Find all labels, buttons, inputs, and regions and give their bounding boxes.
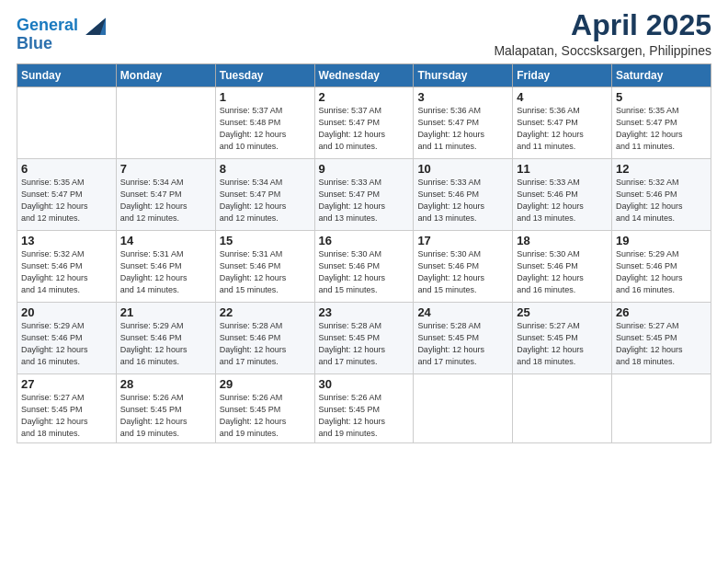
day-info: Sunrise: 5:33 AM Sunset: 5:46 PM Dayligh… bbox=[517, 177, 608, 224]
day-info: Sunrise: 5:32 AM Sunset: 5:46 PM Dayligh… bbox=[21, 248, 112, 296]
calendar-cell: 22Sunrise: 5:28 AM Sunset: 5:46 PM Dayli… bbox=[215, 303, 314, 374]
day-info: Sunrise: 5:34 AM Sunset: 5:47 PM Dayligh… bbox=[120, 177, 211, 224]
day-number: 29 bbox=[220, 377, 311, 391]
day-info: Sunrise: 5:28 AM Sunset: 5:45 PM Dayligh… bbox=[319, 320, 410, 368]
day-number: 23 bbox=[319, 305, 410, 319]
weekday-header: Wednesday bbox=[314, 64, 414, 87]
calendar-cell: 3Sunrise: 5:36 AM Sunset: 5:47 PM Daylig… bbox=[414, 87, 513, 159]
header: General Blue April 2025 Malapatan, Soccs… bbox=[17, 9, 711, 58]
day-info: Sunrise: 5:27 AM Sunset: 5:45 PM Dayligh… bbox=[616, 320, 707, 368]
calendar-cell: 12Sunrise: 5:32 AM Sunset: 5:46 PM Dayli… bbox=[612, 159, 711, 231]
day-number: 9 bbox=[319, 162, 410, 176]
day-number: 10 bbox=[417, 162, 508, 176]
day-info: Sunrise: 5:36 AM Sunset: 5:47 PM Dayligh… bbox=[517, 105, 608, 153]
calendar-cell: 16Sunrise: 5:30 AM Sunset: 5:46 PM Dayli… bbox=[314, 231, 414, 303]
day-number: 19 bbox=[616, 234, 707, 247]
logo-text: General bbox=[17, 17, 78, 35]
calendar-cell bbox=[17, 87, 117, 159]
day-number: 2 bbox=[319, 90, 410, 104]
day-number: 12 bbox=[616, 162, 707, 176]
day-number: 22 bbox=[220, 305, 311, 319]
day-number: 1 bbox=[220, 90, 311, 104]
day-number: 8 bbox=[220, 162, 311, 176]
calendar-header-row: SundayMondayTuesdayWednesdayThursdayFrid… bbox=[17, 64, 711, 87]
calendar-cell bbox=[513, 374, 612, 443]
weekday-header: Monday bbox=[116, 64, 215, 87]
day-number: 7 bbox=[120, 162, 211, 176]
day-info: Sunrise: 5:31 AM Sunset: 5:46 PM Dayligh… bbox=[120, 248, 211, 296]
day-number: 18 bbox=[517, 234, 608, 247]
calendar-cell: 10Sunrise: 5:33 AM Sunset: 5:46 PM Dayli… bbox=[414, 159, 513, 231]
day-info: Sunrise: 5:36 AM Sunset: 5:47 PM Dayligh… bbox=[417, 105, 508, 153]
day-number: 25 bbox=[517, 305, 608, 319]
calendar-cell: 8Sunrise: 5:34 AM Sunset: 5:47 PM Daylig… bbox=[215, 159, 314, 231]
calendar-cell: 15Sunrise: 5:31 AM Sunset: 5:46 PM Dayli… bbox=[215, 231, 314, 303]
calendar-cell: 4Sunrise: 5:36 AM Sunset: 5:47 PM Daylig… bbox=[513, 87, 612, 159]
day-number: 5 bbox=[616, 90, 707, 104]
day-info: Sunrise: 5:28 AM Sunset: 5:45 PM Dayligh… bbox=[417, 320, 508, 368]
day-info: Sunrise: 5:34 AM Sunset: 5:47 PM Dayligh… bbox=[220, 177, 311, 224]
day-info: Sunrise: 5:26 AM Sunset: 5:45 PM Dayligh… bbox=[120, 392, 211, 440]
calendar-week-row: 20Sunrise: 5:29 AM Sunset: 5:46 PM Dayli… bbox=[17, 303, 711, 374]
day-info: Sunrise: 5:27 AM Sunset: 5:45 PM Dayligh… bbox=[517, 320, 608, 368]
day-info: Sunrise: 5:37 AM Sunset: 5:47 PM Dayligh… bbox=[319, 105, 410, 153]
day-info: Sunrise: 5:29 AM Sunset: 5:46 PM Dayligh… bbox=[616, 248, 707, 296]
calendar-week-row: 13Sunrise: 5:32 AM Sunset: 5:46 PM Dayli… bbox=[17, 231, 711, 303]
day-number: 27 bbox=[21, 377, 112, 391]
day-info: Sunrise: 5:31 AM Sunset: 5:46 PM Dayligh… bbox=[220, 248, 311, 296]
day-number: 13 bbox=[21, 234, 112, 247]
calendar-cell: 24Sunrise: 5:28 AM Sunset: 5:45 PM Dayli… bbox=[414, 303, 513, 374]
calendar-cell: 21Sunrise: 5:29 AM Sunset: 5:46 PM Dayli… bbox=[116, 303, 215, 374]
day-number: 6 bbox=[21, 162, 112, 176]
day-number: 3 bbox=[417, 90, 508, 104]
logo-line2: Blue bbox=[17, 35, 52, 53]
logo-icon bbox=[80, 13, 106, 39]
calendar-week-row: 6Sunrise: 5:35 AM Sunset: 5:47 PM Daylig… bbox=[17, 159, 711, 231]
calendar-cell: 19Sunrise: 5:29 AM Sunset: 5:46 PM Dayli… bbox=[612, 231, 711, 303]
calendar-cell: 6Sunrise: 5:35 AM Sunset: 5:47 PM Daylig… bbox=[17, 159, 117, 231]
calendar-week-row: 27Sunrise: 5:27 AM Sunset: 5:45 PM Dayli… bbox=[17, 374, 711, 443]
day-number: 21 bbox=[120, 305, 211, 319]
day-info: Sunrise: 5:28 AM Sunset: 5:46 PM Dayligh… bbox=[220, 320, 311, 368]
day-info: Sunrise: 5:26 AM Sunset: 5:45 PM Dayligh… bbox=[220, 392, 311, 440]
day-info: Sunrise: 5:27 AM Sunset: 5:45 PM Dayligh… bbox=[21, 392, 112, 440]
day-number: 4 bbox=[517, 90, 608, 104]
weekday-header: Tuesday bbox=[215, 64, 314, 87]
title-block: April 2025 Malapatan, Soccsksargen, Phil… bbox=[494, 9, 711, 58]
day-info: Sunrise: 5:30 AM Sunset: 5:46 PM Dayligh… bbox=[417, 248, 508, 296]
day-number: 15 bbox=[220, 234, 311, 247]
calendar-cell bbox=[612, 374, 711, 443]
calendar-week-row: 1Sunrise: 5:37 AM Sunset: 5:48 PM Daylig… bbox=[17, 87, 711, 159]
calendar-cell: 5Sunrise: 5:35 AM Sunset: 5:47 PM Daylig… bbox=[612, 87, 711, 159]
calendar-cell: 29Sunrise: 5:26 AM Sunset: 5:45 PM Dayli… bbox=[215, 374, 314, 443]
day-info: Sunrise: 5:32 AM Sunset: 5:46 PM Dayligh… bbox=[616, 177, 707, 224]
calendar-cell: 30Sunrise: 5:26 AM Sunset: 5:45 PM Dayli… bbox=[314, 374, 414, 443]
weekday-header: Thursday bbox=[414, 64, 513, 87]
day-number: 17 bbox=[417, 234, 508, 247]
calendar-cell bbox=[414, 374, 513, 443]
calendar-cell: 1Sunrise: 5:37 AM Sunset: 5:48 PM Daylig… bbox=[215, 87, 314, 159]
day-info: Sunrise: 5:35 AM Sunset: 5:47 PM Dayligh… bbox=[21, 177, 112, 224]
day-info: Sunrise: 5:26 AM Sunset: 5:45 PM Dayligh… bbox=[319, 392, 410, 440]
day-number: 16 bbox=[319, 234, 410, 247]
day-info: Sunrise: 5:30 AM Sunset: 5:46 PM Dayligh… bbox=[517, 248, 608, 296]
weekday-header: Saturday bbox=[612, 64, 711, 87]
day-info: Sunrise: 5:35 AM Sunset: 5:47 PM Dayligh… bbox=[616, 105, 707, 153]
day-info: Sunrise: 5:33 AM Sunset: 5:46 PM Dayligh… bbox=[417, 177, 508, 224]
calendar-cell: 20Sunrise: 5:29 AM Sunset: 5:46 PM Dayli… bbox=[17, 303, 117, 374]
calendar-cell: 25Sunrise: 5:27 AM Sunset: 5:45 PM Dayli… bbox=[513, 303, 612, 374]
day-number: 26 bbox=[616, 305, 707, 319]
calendar-cell: 23Sunrise: 5:28 AM Sunset: 5:45 PM Dayli… bbox=[314, 303, 414, 374]
day-number: 14 bbox=[120, 234, 211, 247]
calendar-cell: 26Sunrise: 5:27 AM Sunset: 5:45 PM Dayli… bbox=[612, 303, 711, 374]
page: General Blue April 2025 Malapatan, Soccs… bbox=[0, 0, 728, 563]
day-number: 24 bbox=[417, 305, 508, 319]
calendar-cell: 2Sunrise: 5:37 AM Sunset: 5:47 PM Daylig… bbox=[314, 87, 414, 159]
day-number: 20 bbox=[21, 305, 112, 319]
day-number: 28 bbox=[120, 377, 211, 391]
calendar-cell: 7Sunrise: 5:34 AM Sunset: 5:47 PM Daylig… bbox=[116, 159, 215, 231]
calendar-table: SundayMondayTuesdayWednesdayThursdayFrid… bbox=[17, 63, 711, 443]
day-info: Sunrise: 5:37 AM Sunset: 5:48 PM Dayligh… bbox=[220, 105, 311, 153]
day-info: Sunrise: 5:29 AM Sunset: 5:46 PM Dayligh… bbox=[120, 320, 211, 368]
calendar-cell: 11Sunrise: 5:33 AM Sunset: 5:46 PM Dayli… bbox=[513, 159, 612, 231]
